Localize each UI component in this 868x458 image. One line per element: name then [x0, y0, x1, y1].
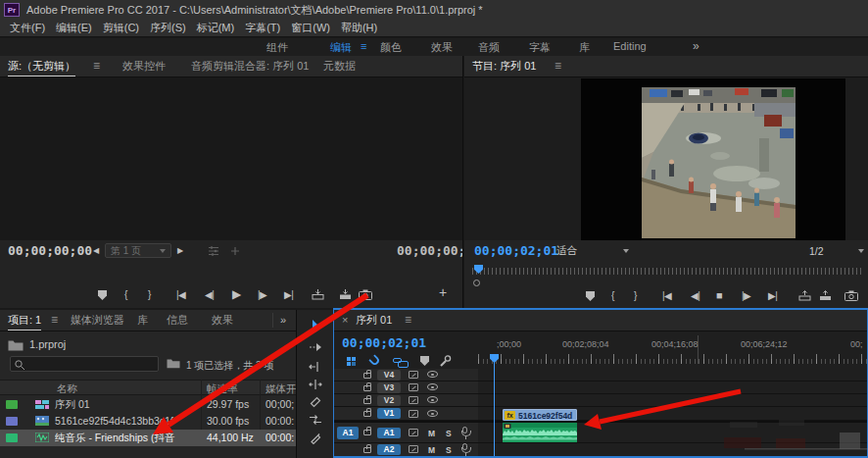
track-target-v2[interactable]: V2	[377, 395, 401, 406]
go-to-out-icon[interactable]: ▶|	[768, 290, 777, 302]
column-header-framerate[interactable]: 帧速率	[207, 382, 238, 396]
timeline-timecode[interactable]: 00;00;02;01	[342, 335, 426, 350]
tab-effects[interactable]: 效果	[212, 310, 233, 331]
lock-icon[interactable]	[363, 385, 371, 391]
snap-icon[interactable]	[368, 354, 381, 367]
hidden-items-folder-icon[interactable]	[167, 358, 180, 369]
slip-tool[interactable]	[308, 412, 323, 428]
lock-icon[interactable]	[363, 398, 371, 404]
track-target-a1[interactable]: A1	[377, 428, 401, 438]
workspace-tab-libraries[interactable]: 库	[579, 40, 590, 55]
mute-button[interactable]: M	[428, 429, 435, 438]
project-item-row-selected[interactable]: 纯音乐 - Friendships (抖音 44,100 Hz 00:00:	[0, 430, 297, 446]
tab-metadata[interactable]: 元数据	[323, 56, 356, 76]
project-item-row[interactable]: 序列 01 29.97 fps 00;00;	[0, 396, 297, 413]
label-color-chip[interactable]	[6, 433, 18, 442]
column-header-media-start[interactable]: 媒体开	[265, 382, 297, 396]
step-back-icon[interactable]: ◀|	[205, 289, 214, 301]
project-search-input[interactable]	[27, 358, 155, 370]
add-marker-icon[interactable]	[586, 291, 595, 301]
sync-lock-icon[interactable]	[409, 410, 418, 418]
workspace-tab-captions[interactable]: 字幕	[529, 40, 551, 55]
tab-source[interactable]: 源:（无剪辑）	[8, 56, 75, 76]
tab-project[interactable]: 项目: 1	[8, 310, 41, 331]
page-selector-dropdown[interactable]: 第 1 页	[105, 243, 171, 258]
sync-lock-icon[interactable]	[409, 383, 418, 391]
workspace-menu-icon[interactable]: ≡	[361, 40, 366, 52]
mark-in-icon[interactable]: {	[611, 290, 614, 302]
timeline-ruler[interactable]: ;00;00 00;02;08;04 00;04;16;08 00;06;24;…	[478, 331, 868, 369]
tab-libraries[interactable]: 库	[137, 310, 148, 331]
workspace-tab-assembly[interactable]: 组件	[266, 40, 288, 55]
lock-icon[interactable]	[363, 430, 371, 435]
column-header-name[interactable]: 名称	[57, 382, 77, 396]
lock-icon[interactable]	[363, 447, 371, 453]
nest-insert-icon[interactable]	[347, 357, 351, 361]
timeline-panel-menu-icon[interactable]: ≡	[405, 310, 411, 331]
track-target-v4[interactable]: V4	[377, 370, 401, 381]
source-patch-a1[interactable]: A1	[337, 427, 359, 439]
tab-program[interactable]: 节目: 序列 01	[472, 56, 536, 76]
workspace-tab-edit[interactable]: 编辑	[330, 40, 352, 55]
track-output-eye-icon[interactable]	[427, 396, 438, 403]
program-panel-menu-icon[interactable]: ≡	[555, 56, 561, 76]
track-target-v3[interactable]: V3	[377, 382, 401, 393]
video-clip[interactable]: fx 5161ce92f54d	[503, 409, 577, 421]
tab-effect-controls[interactable]: 效果控件	[122, 56, 166, 76]
button-editor-add-icon[interactable]: +	[439, 286, 447, 298]
sync-lock-icon[interactable]	[409, 396, 418, 404]
add-marker-icon[interactable]	[98, 290, 107, 300]
lock-icon[interactable]	[363, 411, 371, 417]
lock-icon[interactable]	[363, 373, 371, 379]
bin-name[interactable]: 1.prproj	[29, 338, 66, 350]
mark-in-icon[interactable]: {	[124, 289, 127, 301]
play-stop-icon[interactable]: ■	[716, 289, 722, 301]
linked-selection-icon[interactable]	[393, 358, 402, 363]
track-output-eye-icon[interactable]	[427, 383, 438, 390]
play-icon[interactable]: ▶	[232, 288, 241, 300]
menu-item-captions[interactable]: 字幕(T)	[243, 21, 282, 35]
export-frame-icon[interactable]	[844, 290, 858, 301]
selection-tool[interactable]	[308, 318, 323, 333]
sync-lock-icon[interactable]	[409, 445, 418, 453]
step-back-icon[interactable]: ◀|	[691, 290, 699, 302]
program-scrub-bar[interactable]	[472, 266, 862, 275]
sync-lock-icon[interactable]	[409, 429, 418, 436]
scrub-knob[interactable]	[473, 280, 480, 286]
workspace-tab-color[interactable]: 颜色	[380, 40, 402, 55]
mark-out-icon[interactable]: }	[634, 290, 637, 302]
audio-clip[interactable]	[503, 423, 577, 442]
track-output-eye-icon[interactable]	[427, 371, 438, 378]
workspace-tab-effects[interactable]: 效果	[431, 40, 453, 55]
workspace-tab-audio[interactable]: 音频	[478, 40, 500, 55]
overwrite-icon[interactable]	[339, 289, 352, 300]
ripple-edit-tool[interactable]	[308, 359, 323, 375]
project-item-row[interactable]: 5161ce92f54d4c13bb3c1f 30.00 fps 00:00:	[0, 413, 297, 430]
project-panel-menu-icon[interactable]: ≡	[51, 310, 58, 331]
menu-item-window[interactable]: 窗口(W)	[289, 21, 332, 35]
solo-button[interactable]: S	[446, 445, 452, 455]
tab-sequence-01[interactable]: 序列 01	[356, 310, 392, 331]
timeline-settings-wrench-icon[interactable]	[438, 354, 452, 368]
insert-icon[interactable]	[312, 289, 324, 300]
workspace-tab-editing[interactable]: Editing	[613, 40, 647, 52]
step-forward-icon[interactable]: |▶	[742, 290, 750, 302]
timeline-playhead-line[interactable]	[494, 361, 495, 456]
voiceover-mic-icon[interactable]	[462, 427, 467, 433]
voiceover-mic-icon[interactable]	[462, 443, 467, 450]
program-position-timecode[interactable]: 00;00;02;01	[474, 243, 558, 258]
menu-item-clip[interactable]: 剪辑(C)	[101, 21, 141, 35]
add-marker-icon[interactable]	[420, 356, 429, 366]
label-color-chip[interactable]	[6, 417, 18, 426]
solo-button[interactable]: S	[446, 429, 452, 438]
razor-tool[interactable]	[308, 394, 323, 410]
page-prev-icon[interactable]: ◀	[93, 245, 99, 257]
tab-info[interactable]: 信息	[167, 310, 188, 331]
source-position-timecode[interactable]: 00;00;00;00	[8, 243, 92, 258]
page-next-icon[interactable]: ▶	[177, 245, 183, 257]
source-panel-menu-icon[interactable]: ≡	[93, 56, 100, 76]
pen-tool[interactable]	[308, 430, 323, 445]
tab-media-browser[interactable]: 媒体浏览器	[71, 310, 124, 331]
menu-item-help[interactable]: 帮助(H)	[339, 21, 379, 35]
close-icon[interactable]: ×	[342, 310, 348, 331]
